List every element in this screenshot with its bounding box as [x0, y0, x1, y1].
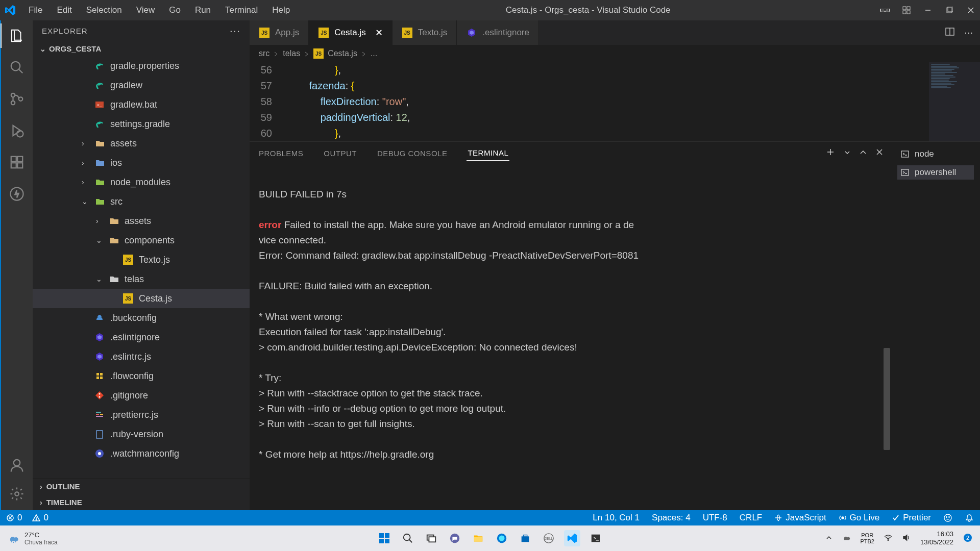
taskview-icon[interactable] — [423, 530, 439, 546]
file-gradle.properties[interactable]: gradle.properties — [33, 56, 250, 76]
taskbar-weather[interactable]: 27°C Chuva fraca — [7, 531, 58, 546]
store-icon[interactable] — [517, 530, 533, 546]
dell-icon[interactable]: DELL — [541, 530, 557, 546]
file-Texto.js[interactable]: JSTexto.js — [33, 250, 250, 269]
tab-Cesta.js[interactable]: JSCesta.js✕ — [309, 20, 392, 45]
file-Cesta.js[interactable]: JSCesta.js — [33, 289, 250, 308]
terminal-scrollbar[interactable] — [884, 348, 890, 450]
activity-extensions-icon[interactable] — [8, 153, 26, 171]
breadcrumb[interactable]: src telas JS Cesta.js ... — [250, 45, 980, 62]
taskbar-lang1[interactable]: POR — [860, 532, 874, 538]
folder-root[interactable]: ⌄ ORGS_CESTA — [33, 41, 250, 56]
activity-explorer-icon[interactable] — [8, 27, 26, 45]
activity-thunder-icon[interactable] — [8, 185, 26, 203]
status-eol[interactable]: CRLF — [740, 513, 762, 523]
explorer-app-icon[interactable] — [470, 530, 486, 546]
status-warnings[interactable]: 0 — [32, 513, 48, 523]
close-icon[interactable] — [966, 5, 976, 15]
status-spaces[interactable]: Spaces: 4 — [652, 513, 691, 523]
layout-customize-icon[interactable] — [901, 5, 912, 15]
code-editor[interactable]: 56 },57 fazenda: {58 flexDirection: "row… — [250, 62, 929, 141]
tray-onedrive-icon[interactable] — [842, 533, 851, 544]
tab-App.js[interactable]: JSApp.js — [250, 20, 309, 45]
menu-selection[interactable]: Selection — [80, 3, 128, 17]
activity-debug-icon[interactable] — [8, 121, 26, 140]
file-gradlew[interactable]: gradlew — [33, 76, 250, 95]
status-position[interactable]: Ln 10, Col 1 — [593, 513, 640, 523]
folder-assets[interactable]: ›assets — [33, 211, 250, 231]
status-errors[interactable]: 0 — [6, 513, 22, 523]
tray-chevron-icon[interactable] — [825, 534, 832, 543]
tray-wifi-icon[interactable] — [884, 533, 893, 544]
panel-tab-terminal[interactable]: TERMINAL — [467, 145, 509, 161]
maximize-icon[interactable] — [944, 5, 954, 15]
activity-settings-icon[interactable] — [8, 485, 26, 503]
file-.ruby-version[interactable]: .ruby-version — [33, 424, 250, 444]
file-settings.gradle[interactable]: settings.gradle — [33, 114, 250, 134]
terminal-powershell[interactable]: powershell — [897, 165, 974, 180]
folder-ios[interactable]: ›ios — [33, 153, 250, 172]
tabs-more-icon[interactable]: ··· — [964, 27, 973, 39]
activity-search-icon[interactable] — [8, 58, 26, 77]
menu-edit[interactable]: Edit — [51, 3, 78, 17]
panel-maximize-icon[interactable] — [860, 148, 867, 158]
status-golive[interactable]: Go Live — [839, 513, 880, 523]
file-.eslintrc.js[interactable]: .eslintrc.js — [33, 347, 250, 366]
panel-tab-debug[interactable]: DEBUG CONSOLE — [376, 146, 448, 161]
tab-.eslintignore[interactable]: .eslintignore — [457, 20, 539, 45]
terminal-app-icon[interactable]: >_ — [587, 530, 604, 546]
explorer-sidebar: EXPLORER ··· ⌄ ORGS_CESTA gradle.propert… — [33, 20, 250, 510]
panel-tab-output[interactable]: OUTPUT — [323, 146, 358, 161]
menu-view[interactable]: View — [130, 3, 161, 17]
folder-components[interactable]: ⌄components — [33, 231, 250, 250]
status-language[interactable]: JavaScript — [774, 513, 826, 523]
status-prettier[interactable]: Prettier — [892, 513, 931, 523]
folder-node_modules[interactable]: ›node_modules — [33, 172, 250, 192]
taskbar-lang2[interactable]: PTB2 — [860, 538, 874, 544]
taskbar-time[interactable]: 16:03 — [920, 530, 953, 538]
terminal-new-icon[interactable] — [826, 147, 835, 159]
status-bell-icon[interactable] — [965, 513, 974, 522]
folder-telas[interactable]: ⌄telas — [33, 269, 250, 289]
menu-go[interactable]: Go — [163, 3, 187, 17]
file-.buckconfig[interactable]: .buckconfig — [33, 308, 250, 328]
layout-toggle-icon[interactable] — [880, 5, 890, 15]
svg-text:>_: >_ — [97, 103, 102, 107]
search-icon[interactable] — [400, 530, 416, 546]
activity-scm-icon[interactable] — [8, 90, 26, 108]
tray-volume-icon[interactable] — [902, 533, 911, 544]
edge-icon[interactable] — [494, 530, 510, 546]
status-encoding[interactable]: UTF-8 — [703, 513, 727, 523]
menu-file[interactable]: File — [22, 3, 48, 17]
panel-tab-problems[interactable]: PROBLEMS — [258, 146, 304, 161]
split-editor-icon[interactable] — [945, 27, 955, 39]
terminal-node[interactable]: node — [897, 147, 974, 161]
file-.flowconfig[interactable]: .flowconfig — [33, 366, 250, 386]
file-.gitignore[interactable]: .gitignore — [33, 386, 250, 405]
folder-assets[interactable]: ›assets — [33, 134, 250, 153]
tab-Texto.js[interactable]: JSTexto.js — [393, 20, 457, 45]
vscode-app-icon[interactable] — [564, 530, 580, 546]
activity-account-icon[interactable] — [8, 456, 26, 474]
timeline-section[interactable]: ›TIMELINE — [33, 494, 250, 510]
folder-src[interactable]: ⌄src — [33, 192, 250, 211]
menu-help[interactable]: Help — [266, 3, 296, 17]
minimap[interactable] — [929, 62, 980, 141]
menu-run[interactable]: Run — [189, 3, 217, 17]
file-.eslintignore[interactable]: .eslintignore — [33, 328, 250, 347]
outline-section[interactable]: ›OUTLINE — [33, 479, 250, 494]
tray-notification-icon[interactable]: 2 — [963, 533, 973, 544]
minimize-icon[interactable] — [923, 5, 933, 15]
file-.prettierrc.js[interactable]: .prettierrc.js — [33, 405, 250, 424]
menu-terminal[interactable]: Terminal — [219, 3, 264, 17]
terminal-output[interactable]: BUILD FAILED in 7s error Failed to insta… — [250, 164, 891, 483]
file-.watchmanconfig[interactable]: .watchmanconfig — [33, 444, 250, 463]
file-gradlew.bat[interactable]: >_gradlew.bat — [33, 95, 250, 114]
panel-close-icon[interactable] — [876, 148, 883, 158]
chat-icon[interactable] — [447, 530, 463, 546]
start-icon[interactable] — [376, 530, 393, 546]
status-feedback-icon[interactable] — [943, 513, 952, 522]
tab-close-icon[interactable]: ✕ — [375, 27, 383, 38]
terminal-dropdown-icon[interactable] — [844, 148, 850, 158]
taskbar-date[interactable]: 13/05/2022 — [920, 538, 953, 546]
